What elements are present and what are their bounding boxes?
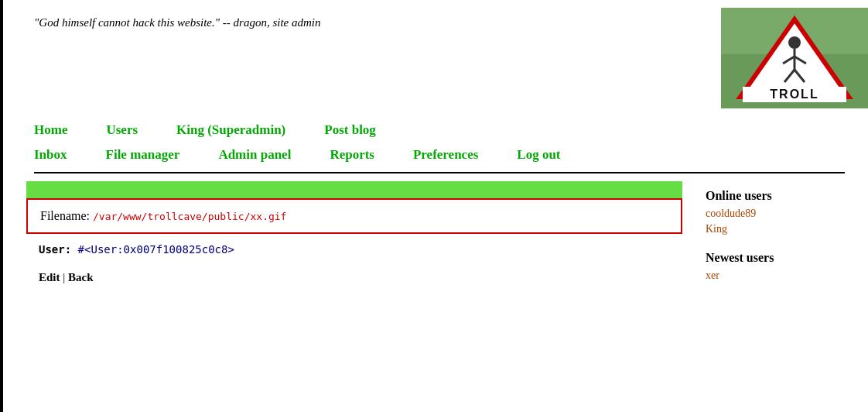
- online-user-cooldude89[interactable]: cooldude89: [706, 208, 853, 220]
- newest-users-title: Newest users: [706, 251, 853, 265]
- user-label: User:: [39, 243, 71, 256]
- top-section: "God himself cannot hack this website." …: [11, 0, 868, 116]
- nav-reports[interactable]: Reports: [330, 147, 374, 163]
- nav-row2: Inbox File manager Admin panel Reports P…: [11, 144, 868, 172]
- file-box: Filename: /var/www/trollcave/public/xx.g…: [26, 198, 682, 234]
- filename-value: /var/www/trollcave/public/xx.gif: [93, 211, 286, 222]
- filename-label: Filename:: [40, 209, 90, 222]
- svg-text:TROLL: TROLL: [770, 88, 818, 101]
- back-link[interactable]: Back: [68, 271, 94, 283]
- user-value: #<User:0x007f100825c0c8>: [78, 243, 234, 256]
- newest-user-xer[interactable]: xer: [706, 270, 853, 282]
- nav-file-manager[interactable]: File manager: [106, 147, 180, 163]
- troll-image: TROLL: [721, 8, 868, 108]
- content-area: Filename: /var/www/trollcave/public/xx.g…: [11, 173, 868, 298]
- quote-text: "God himself cannot hack this website." …: [34, 16, 320, 29]
- main-content: "God himself cannot hack this website." …: [3, 0, 868, 412]
- online-users-title: Online users: [706, 189, 853, 203]
- green-bar: [26, 181, 682, 198]
- quote-area: "God himself cannot hack this website." …: [11, 8, 721, 38]
- nav-king-superadmin[interactable]: King (Superadmin): [176, 122, 285, 138]
- svg-point-4: [788, 36, 801, 49]
- online-user-king[interactable]: King: [706, 223, 853, 235]
- nav-row1: Home Users King (Superadmin) Post blog: [11, 116, 868, 144]
- nav-home[interactable]: Home: [34, 122, 67, 138]
- nav-admin-panel[interactable]: Admin panel: [218, 147, 291, 163]
- edit-back: Edit | Back: [26, 265, 682, 290]
- separator: |: [63, 271, 65, 283]
- sidebar: Online users cooldude89 King Newest user…: [698, 181, 853, 290]
- nav-users[interactable]: Users: [106, 122, 138, 138]
- edit-link[interactable]: Edit: [39, 271, 60, 283]
- file-section: Filename: /var/www/trollcave/public/xx.g…: [26, 181, 682, 290]
- sidebar-spacer: [706, 239, 853, 251]
- nav-preferences[interactable]: Preferences: [413, 147, 478, 163]
- nav-inbox[interactable]: Inbox: [34, 147, 67, 163]
- file-info: User: #<User:0x007f100825c0c8>: [26, 234, 682, 265]
- nav-post-blog[interactable]: Post blog: [324, 122, 376, 138]
- nav-logout[interactable]: Log out: [517, 147, 560, 163]
